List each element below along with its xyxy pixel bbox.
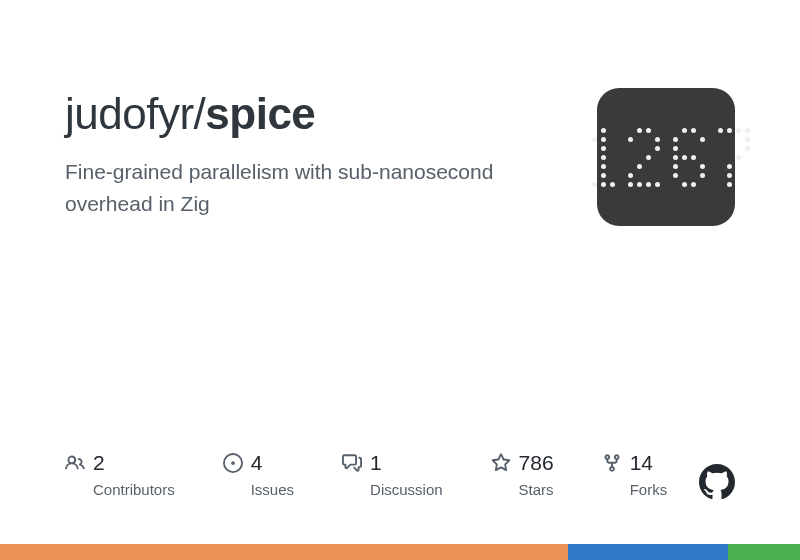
- discussion-icon: [342, 453, 362, 473]
- repo-thumbnail: [597, 88, 735, 226]
- repo-stats: 2 Contributors 4 Issues 1 Discussion 786: [65, 451, 735, 498]
- fork-icon: [602, 453, 622, 473]
- repo-description: Fine-grained parallelism with sub-nanose…: [65, 156, 495, 219]
- issue-icon: [223, 453, 243, 473]
- stat-count: 1: [370, 451, 382, 475]
- stat-discussions[interactable]: 1 Discussion: [342, 451, 443, 498]
- stat-count: 14: [630, 451, 653, 475]
- language-segment: [568, 544, 728, 560]
- stat-forks[interactable]: 14 Forks: [602, 451, 668, 498]
- stat-stars[interactable]: 786 Stars: [491, 451, 554, 498]
- people-icon: [65, 453, 85, 473]
- star-icon: [491, 453, 511, 473]
- stat-issues[interactable]: 4 Issues: [223, 451, 294, 498]
- github-logo-icon[interactable]: [699, 464, 735, 500]
- repo-title: judofyr/spice: [65, 90, 565, 138]
- language-segment: [728, 544, 800, 560]
- dot-matrix-digits: [583, 128, 750, 187]
- repo-owner: judofyr: [65, 89, 194, 138]
- stat-label: Discussion: [370, 481, 443, 498]
- stat-count: 786: [519, 451, 554, 475]
- stat-label: Issues: [251, 481, 294, 498]
- language-bar: [0, 544, 800, 560]
- stat-label: Forks: [630, 481, 668, 498]
- language-segment: [0, 544, 568, 560]
- stat-count: 2: [93, 451, 105, 475]
- stat-label: Contributors: [93, 481, 175, 498]
- repo-name: spice: [205, 89, 315, 138]
- stat-contributors[interactable]: 2 Contributors: [65, 451, 175, 498]
- stat-label: Stars: [519, 481, 554, 498]
- stat-count: 4: [251, 451, 263, 475]
